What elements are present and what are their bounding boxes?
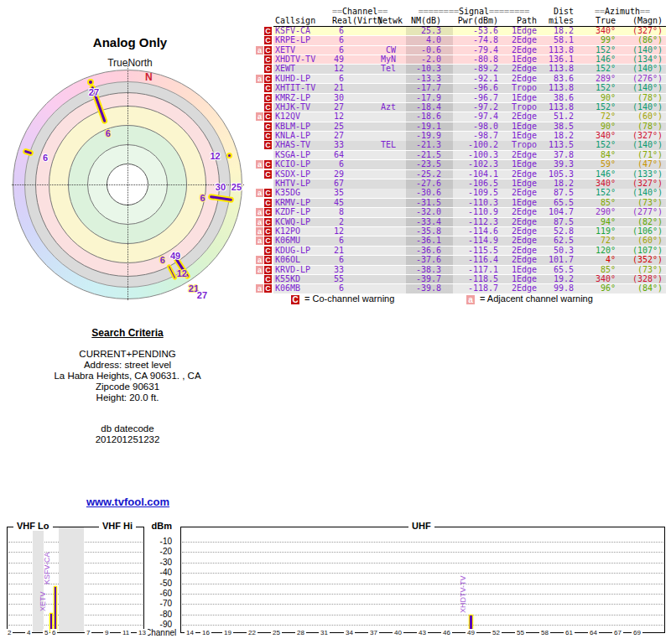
nm-db-cell: -21.3 xyxy=(406,141,453,150)
power-dbm-cell: -97.2 xyxy=(453,103,502,112)
power-dbm-cell: -118.7 xyxy=(453,284,502,293)
co-channel-warning-icon: C xyxy=(264,236,272,245)
nm-db-cell: -37.6 xyxy=(406,256,453,265)
path-cell: 1Edge xyxy=(502,266,542,275)
azimuth-true-cell: 4° xyxy=(579,256,619,265)
table-row: CK55KD55-39.7-118.51Edge19.2340°(328°) xyxy=(256,275,667,283)
channel-tick-label: 69 xyxy=(632,629,642,636)
spectrum-gap-band xyxy=(59,527,84,632)
channel-tick-label: 43 xyxy=(417,629,428,636)
network-cell xyxy=(377,256,406,265)
channel-tick-label: 67 xyxy=(612,629,623,636)
real-channel-cell: 45 xyxy=(332,199,352,208)
virt-channel-cell xyxy=(352,247,377,256)
virt-channel-cell xyxy=(352,65,377,74)
azimuth-true-cell: 289° xyxy=(579,75,619,84)
virt-channel-cell xyxy=(352,27,377,36)
north-label: N xyxy=(145,71,153,83)
real-channel-cell: 8 xyxy=(332,208,352,217)
azimuth-true-cell: 120° xyxy=(579,247,619,256)
dbm-tick-label: -10 xyxy=(147,537,172,546)
legend-co-channel: C= Co-channel warning xyxy=(291,293,394,304)
real-channel-cell: 30 xyxy=(332,94,352,103)
search-height: Height: 20.0 ft. xyxy=(23,392,232,403)
azimuth-magn-cell: (133°) xyxy=(619,170,666,179)
virt-channel-cell xyxy=(352,179,377,189)
power-dbm-cell: -98.7 xyxy=(453,132,502,141)
power-dbm-cell: -96.6 xyxy=(453,84,502,93)
distance-cell: 101.7 xyxy=(542,256,579,265)
tvfool-link[interactable]: www.tvfool.com xyxy=(86,496,169,508)
nm-db-cell: -18.4 xyxy=(406,103,453,112)
station-table: ==Channel== ========Signal======== Dist … xyxy=(256,8,667,294)
network-cell xyxy=(377,112,406,122)
co-channel-warning-icon: C xyxy=(264,94,272,102)
table-row: aCK12QV12-18.6-97.42Edge51.272°(60°) xyxy=(256,112,667,121)
power-dbm-cell: -98.0 xyxy=(453,122,502,132)
nm-db-cell: -2.0 xyxy=(406,55,453,65)
co-channel-warning-icon: C xyxy=(264,247,272,255)
table-row: CKMRZ-LP30-17.9-96.71Edge38.690°(78°) xyxy=(256,94,667,102)
nm-db-cell: -19.9 xyxy=(406,132,453,141)
spectrum-bar-callsign-label: XETV xyxy=(39,591,47,611)
azimuth-magn-cell: (86°) xyxy=(619,36,666,45)
radar-vertical-axis xyxy=(127,65,128,300)
network-cell: Tel xyxy=(377,65,406,74)
azimuth-magn-cell: (327°) xyxy=(619,27,666,36)
network-cell xyxy=(377,151,406,160)
adjacent-channel-warning-icon: a xyxy=(256,256,263,264)
co-channel-warning-icon: C xyxy=(264,46,272,55)
channel-axis-label: Channel xyxy=(145,628,180,637)
channel-tick-label: 4 xyxy=(25,629,32,636)
search-criteria: Search Criteria CURRENT+PENDING Address:… xyxy=(23,327,232,445)
callsign-cell: K55KD xyxy=(273,275,332,284)
distance-cell: 65.5 xyxy=(542,199,579,208)
adjacent-channel-warning-icon: a xyxy=(256,208,263,216)
co-channel-warning-icon: C xyxy=(264,275,272,283)
azimuth-true-cell: 85° xyxy=(579,266,619,275)
channel-tick-label: 14 xyxy=(185,629,195,636)
power-dbm-cell: -100.2 xyxy=(453,141,502,150)
table-row: aCK12PO12-35.8-114.62Edge52.8119°(106°) xyxy=(256,227,667,236)
search-mode: CURRENT+PENDING xyxy=(23,349,232,360)
azimuth-magn-cell: (327°) xyxy=(619,132,666,141)
channel-tick-label: 7 xyxy=(85,629,91,636)
table-row: aCXETV6CW-0.6-79.42Edge113.8152°(140°) xyxy=(256,46,667,55)
callsign-cell: KCWQ-LP xyxy=(273,218,332,227)
virt-channel-cell xyxy=(352,208,377,217)
co-channel-warning-icon: C xyxy=(264,112,272,121)
db-datecode-label: db datecode xyxy=(23,423,232,434)
nm-db-cell: -27.6 xyxy=(406,179,453,189)
real-channel-cell: 35 xyxy=(332,189,352,198)
power-dbm-cell: -112.3 xyxy=(453,218,502,227)
table-row: CKBLM-LP25-19.1-98.01Edge38.590°(78°) xyxy=(256,122,667,131)
virt-channel-cell xyxy=(352,84,377,93)
virt-channel-cell xyxy=(352,103,377,112)
power-dbm-cell: -96.7 xyxy=(453,94,502,103)
network-cell xyxy=(377,208,406,217)
channel-tick-label: 49 xyxy=(466,629,476,636)
network-cell xyxy=(377,284,406,293)
virt-channel-cell xyxy=(352,75,377,84)
channel-tick-label: 2 xyxy=(6,629,13,636)
adjacent-channel-warning-icon: a xyxy=(256,160,263,169)
azimuth-true-cell: 85° xyxy=(579,199,619,208)
path-cell: 2Edge xyxy=(502,46,542,55)
co-channel-warning-icon: C xyxy=(264,27,272,35)
search-criteria-title: Search Criteria xyxy=(23,327,232,339)
callsign-cell: KMRZ-LP xyxy=(273,94,332,103)
callsign-cell: K12QV xyxy=(273,112,332,122)
azimuth-true-cell: 119° xyxy=(579,227,619,236)
legend-adjacent-channel: a= Adjacent channel warning xyxy=(466,293,593,304)
network-cell xyxy=(377,189,406,198)
path-cell: 1Edge xyxy=(502,27,542,36)
adjacent-channel-warning-icon: a xyxy=(256,75,263,83)
real-channel-cell: 64 xyxy=(332,151,352,160)
power-dbm-cell: -109.5 xyxy=(453,189,502,198)
nm-db-cell: -30.6 xyxy=(406,189,453,198)
virt-channel-cell xyxy=(352,94,377,103)
path-cell: 1Edge xyxy=(502,179,542,189)
dbm-tick-label: -20 xyxy=(147,547,172,556)
table-row: aCKUHD-LP6-13.3-92.12Edge83.6289°(276°) xyxy=(256,75,667,83)
path-cell: 2Edge xyxy=(502,36,542,45)
